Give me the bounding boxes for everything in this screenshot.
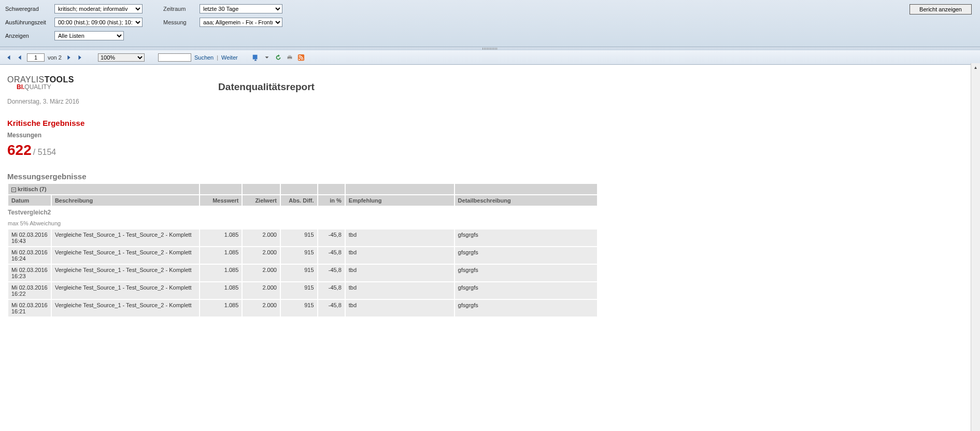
splitter-handle[interactable] xyxy=(0,47,980,50)
svg-rect-3 xyxy=(288,58,291,60)
th-beschreibung[interactable]: Beschreibung xyxy=(51,195,200,206)
first-page-icon[interactable] xyxy=(4,53,12,62)
cell-zielwert: 2.000 xyxy=(242,229,280,247)
cell-zielwert: 2.000 xyxy=(242,299,280,317)
brand-bi: BI. xyxy=(17,83,24,91)
cell-detail: gfsgrgfs xyxy=(455,299,598,317)
cell-absdiff: 915 xyxy=(280,282,318,299)
cell-datum: Mi 02.03.2016 16:23 xyxy=(8,264,51,282)
th-detail[interactable]: Detailbeschreibung xyxy=(455,195,598,206)
search-link[interactable]: Suchen xyxy=(194,54,214,61)
group-label: kritisch (7) xyxy=(18,186,47,192)
prev-page-icon[interactable] xyxy=(16,53,24,62)
next-result-link[interactable]: Weiter xyxy=(221,54,238,61)
cell-inpct: -45,8 xyxy=(318,229,345,247)
svg-rect-2 xyxy=(288,55,291,56)
th-empfehlung[interactable]: Empfehlung xyxy=(345,195,455,206)
svg-rect-0 xyxy=(252,54,257,59)
messung-select[interactable]: aaa; Allgemein - Fix - Frontroom xyxy=(200,18,282,27)
page-of-label: von 2 xyxy=(48,54,62,61)
report-toolbar: von 2 100% Suchen | Weiter xyxy=(0,50,980,65)
cell-messwert: 1.085 xyxy=(200,229,242,247)
cell-zielwert: 2.000 xyxy=(242,247,280,264)
cell-datum: Mi 02.03.2016 16:22 xyxy=(8,282,51,299)
cell-empfehlung: tbd xyxy=(345,264,455,282)
brand-thin: ORAYLIS xyxy=(7,75,45,84)
print-icon[interactable] xyxy=(286,53,294,62)
cell-datum: Mi 02.03.2016 16:43 xyxy=(8,229,51,247)
cell-inpct: -45,8 xyxy=(318,247,345,264)
cell-empfehlung: tbd xyxy=(345,282,455,299)
critical-results-heading: Kritische Ergebnisse xyxy=(7,119,973,127)
cell-zielwert: 2.000 xyxy=(242,264,280,282)
th-datum[interactable]: Datum xyxy=(8,195,51,206)
test-title: Testvergleich2 xyxy=(8,206,598,218)
ausfuehrungszeit-select[interactable]: 00:00 (hist.); 09:00 (hist.); 10:0 xyxy=(54,18,143,27)
cell-messwert: 1.085 xyxy=(200,264,242,282)
zeitraum-select[interactable]: letzte 30 Tage xyxy=(200,4,282,13)
cell-detail: gfsgrgfs xyxy=(455,229,598,247)
th-absdiff[interactable]: Abs. Diff. xyxy=(280,195,318,206)
cell-beschreibung: Vergleiche Test_Source_1 - Test_Source_2… xyxy=(51,229,200,247)
cell-datum: Mi 02.03.2016 16:21 xyxy=(8,299,51,317)
cell-messwert: 1.085 xyxy=(200,247,242,264)
cell-empfehlung: tbd xyxy=(345,247,455,264)
cell-beschreibung: Vergleiche Test_Source_1 - Test_Source_2… xyxy=(51,282,200,299)
separator: | xyxy=(217,54,218,61)
filter-bar: Schweregrad kritisch; moderat; informati… xyxy=(0,0,980,47)
cell-zielwert: 2.000 xyxy=(242,282,280,299)
results-heading: Messungsergebnisse xyxy=(7,172,973,181)
refresh-icon[interactable] xyxy=(274,53,282,62)
cell-detail: gfsgrgfs xyxy=(455,247,598,264)
th-inpct[interactable]: in % xyxy=(318,195,345,206)
search-input[interactable] xyxy=(158,53,191,62)
next-page-icon[interactable] xyxy=(65,53,73,62)
report-date: Donnerstag, 3. März 2016 xyxy=(7,98,973,105)
cell-beschreibung: Vergleiche Test_Source_1 - Test_Source_2… xyxy=(51,299,200,317)
cell-beschreibung: Vergleiche Test_Source_1 - Test_Source_2… xyxy=(51,264,200,282)
count-total: / 5154 xyxy=(33,148,56,156)
cell-absdiff: 915 xyxy=(280,299,318,317)
svg-point-5 xyxy=(299,59,300,60)
zoom-select[interactable]: 100% xyxy=(98,53,145,62)
th-zielwert[interactable]: Zielwert xyxy=(242,195,280,206)
schweregrad-label: Schweregrad xyxy=(5,6,54,12)
anzeigen-select[interactable]: Alle Listen xyxy=(54,31,124,40)
brand-bold: TOOLS xyxy=(45,75,74,84)
table-row: Mi 02.03.2016 16:23Vergleiche Test_Sourc… xyxy=(8,264,598,282)
cell-empfehlung: tbd xyxy=(345,229,455,247)
measurement-count: 622 / 5154 xyxy=(7,142,973,159)
collapse-toggle[interactable]: − xyxy=(11,188,16,192)
count-critical: 622 xyxy=(7,142,32,158)
cell-beschreibung: Vergleiche Test_Source_1 - Test_Source_2… xyxy=(51,247,200,264)
zeitraum-label: Zeitraum xyxy=(163,6,200,12)
table-row: Mi 02.03.2016 16:22Vergleiche Test_Sourc… xyxy=(8,282,598,299)
cell-inpct: -45,8 xyxy=(318,299,345,317)
ausfuehrungszeit-label: Ausführungszeit xyxy=(5,19,54,25)
cell-empfehlung: tbd xyxy=(345,299,455,317)
cell-detail: gfsgrgfs xyxy=(455,282,598,299)
export-icon[interactable] xyxy=(251,53,260,62)
cell-datum: Mi 02.03.2016 16:24 xyxy=(8,247,51,264)
page-number-input[interactable] xyxy=(27,53,45,62)
anzeigen-label: Anzeigen xyxy=(5,33,54,39)
chevron-down-icon[interactable] xyxy=(263,53,271,62)
report-title: Datenqualitätsreport xyxy=(111,81,422,93)
table-row: Mi 02.03.2016 16:24Vergleiche Test_Sourc… xyxy=(8,247,598,264)
messung-label: Messung xyxy=(163,19,200,25)
messungen-label: Messungen xyxy=(7,132,973,139)
table-row: Mi 02.03.2016 16:43Vergleiche Test_Sourc… xyxy=(8,229,598,247)
th-messwert[interactable]: Messwert xyxy=(200,195,242,206)
cell-messwert: 1.085 xyxy=(200,282,242,299)
last-page-icon[interactable] xyxy=(76,53,84,62)
cell-absdiff: 915 xyxy=(280,264,318,282)
feed-icon[interactable] xyxy=(297,53,305,62)
cell-inpct: -45,8 xyxy=(318,264,345,282)
results-table: −kritisch (7) Datum Beschreibung Messwer… xyxy=(7,183,598,318)
brand-quality: QUALITY xyxy=(24,83,51,91)
cell-absdiff: 915 xyxy=(280,247,318,264)
schweregrad-select[interactable]: kritisch; moderat; informativ xyxy=(54,4,143,13)
test-subtitle: max 5% Abweichung xyxy=(8,218,598,229)
table-row: Mi 02.03.2016 16:21Vergleiche Test_Sourc… xyxy=(8,299,598,317)
run-report-button[interactable]: Bericht anzeigen xyxy=(910,4,972,15)
